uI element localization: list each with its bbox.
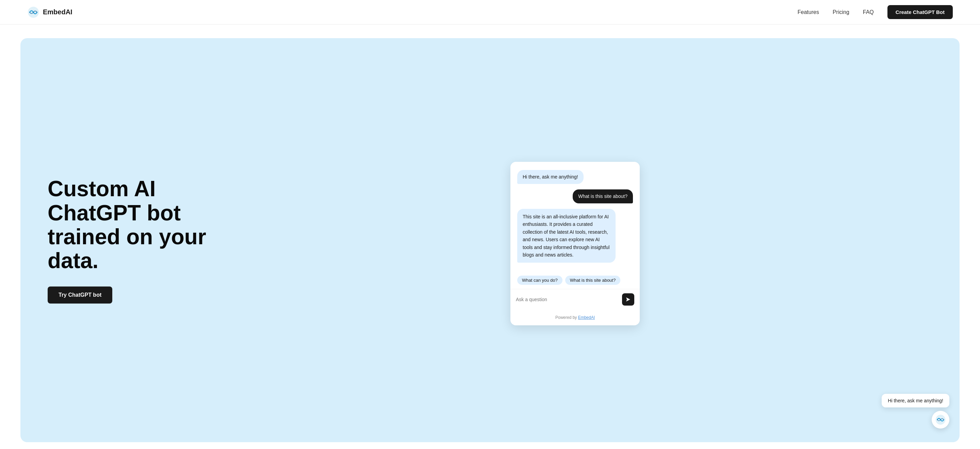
hero-section: Custom AI ChatGPT bot trained on your da… (21, 38, 959, 442)
nav-pricing[interactable]: Pricing (833, 9, 850, 15)
widget-greeting-bubble: Hi there, ask me anything! (882, 394, 950, 407)
widget-logo-icon (935, 414, 946, 425)
suggestion-what-can-you-do[interactable]: What can you do? (517, 276, 563, 285)
chat-widget: Hi there, ask me anything! (882, 394, 950, 428)
nav-features[interactable]: Features (798, 9, 819, 15)
hero-title: Custom AI ChatGPT bot trained on your da… (48, 177, 218, 273)
send-icon (625, 297, 631, 302)
nav-faq[interactable]: FAQ (863, 9, 874, 15)
message-1: Hi there, ask me anything! (517, 170, 633, 184)
create-bot-button[interactable]: Create ChatGPT Bot (888, 5, 953, 19)
message-3: This site is an all-inclusive platform f… (517, 209, 633, 263)
logo-text: EmbedAI (43, 8, 73, 16)
chat-suggestions: What can you do? What is this site about… (511, 276, 640, 289)
chat-send-button[interactable] (622, 293, 634, 305)
user-bubble-1: What is this site about? (573, 189, 633, 203)
try-chatgpt-bot-button[interactable]: Try ChatGPT bot (48, 286, 112, 304)
chat-window: Hi there, ask me anything! What is this … (511, 162, 640, 325)
hero-content: Custom AI ChatGPT bot trained on your da… (48, 177, 218, 304)
suggestion-what-is-site[interactable]: What is this site about? (565, 276, 620, 285)
bot-bubble-2: This site is an all-inclusive platform f… (517, 209, 616, 263)
logo[interactable]: EmbedAI (27, 6, 73, 18)
navbar-links: Features Pricing FAQ Create ChatGPT Bot (798, 5, 953, 19)
logo-icon (27, 6, 40, 18)
chat-demo: Hi there, ask me anything! What is this … (218, 155, 932, 325)
chat-widget-icon[interactable] (932, 411, 950, 428)
navbar: EmbedAI Features Pricing FAQ Create Chat… (0, 0, 980, 24)
chat-messages: Hi there, ask me anything! What is this … (511, 162, 640, 276)
bot-bubble-1: Hi there, ask me anything! (517, 170, 584, 184)
chat-input[interactable] (516, 297, 619, 302)
powered-by: Powered by EmbedAI (511, 310, 640, 325)
chat-input-area (511, 289, 640, 310)
message-2: What is this site about? (517, 189, 633, 203)
powered-by-link[interactable]: EmbedAI (578, 315, 595, 320)
